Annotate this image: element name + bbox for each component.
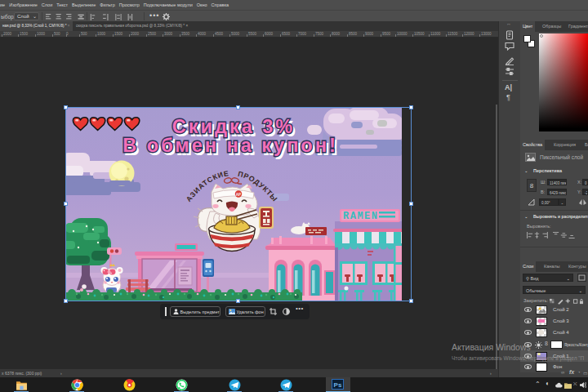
svg-text:В обмен на купон!: В обмен на купон!	[122, 135, 337, 156]
svg-text:RAMEN: RAMEN	[343, 211, 379, 222]
svg-text:АР: АР	[236, 193, 241, 197]
